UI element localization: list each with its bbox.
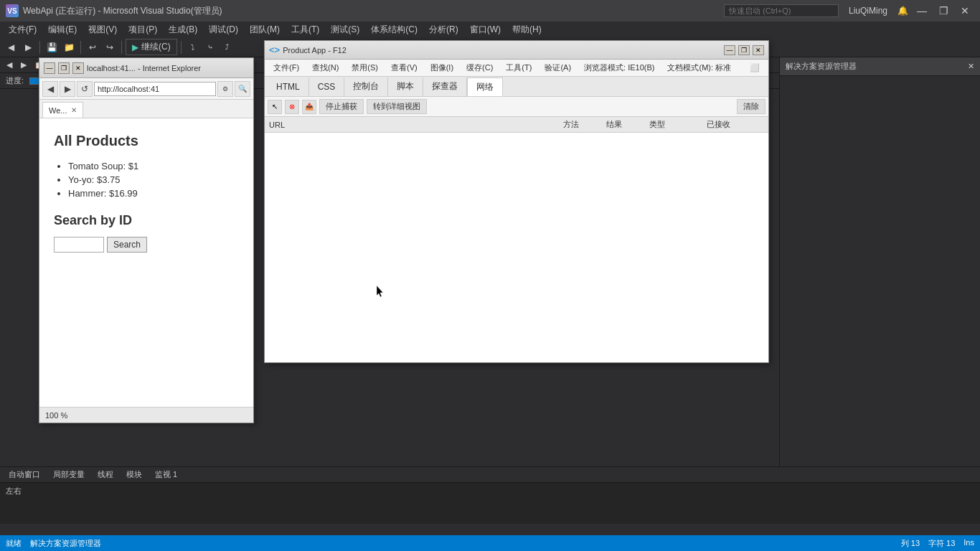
dt-export-tool[interactable]: 📤 <box>302 100 316 114</box>
dt-menu-view[interactable]: 查看(V) <box>385 61 423 75</box>
tab-network[interactable]: 网络 <box>467 77 503 96</box>
secondary-toolbar-btn-2[interactable]: ▶ <box>17 59 30 72</box>
toolbar-forward-btn[interactable]: ▶ <box>20 39 36 55</box>
continue-button[interactable]: ▶ 继续(C) <box>126 39 177 55</box>
browser-search-icon[interactable]: 🔍 <box>235 81 250 97</box>
vs-window-title: WebApi (正在运行) - Microsoft Visual Studio(… <box>23 5 720 17</box>
col-indicator: 列 13 <box>901 538 920 549</box>
stop-capture-button[interactable]: 停止捕获 <box>319 99 364 114</box>
toolbar-separator-2 <box>80 41 81 54</box>
menu-project[interactable]: 项目(P) <box>123 22 163 37</box>
dt-pointer-tool[interactable]: ↖ <box>268 100 282 114</box>
bottom-tab-threads[interactable]: 线程 <box>92 468 119 481</box>
browser-content: All Products Tomato Soup: $1 Yo-yo: $3.7… <box>39 118 253 407</box>
menu-test[interactable]: 测试(S) <box>325 22 365 37</box>
dt-menu-browser-mode[interactable]: 浏览器模式: IE10(B) <box>578 61 660 75</box>
dt-menu-tools[interactable]: 工具(T) <box>500 61 537 75</box>
minimize-button[interactable]: — <box>913 4 931 18</box>
dt-menu-validate[interactable]: 验证(A) <box>539 61 577 75</box>
play-icon: ▶ <box>132 42 138 52</box>
status-ready: 就绪 <box>6 538 22 549</box>
user-account[interactable]: LiuQiMing <box>849 6 887 16</box>
col-method-header: 方法 <box>563 119 606 130</box>
bottom-tab-autowindow[interactable]: 自动窗口 <box>3 468 46 481</box>
browser-restore-btn[interactable]: ❐ <box>58 62 70 74</box>
browser-minimize-btn[interactable]: — <box>44 62 55 74</box>
toolbar-step-out-btn[interactable]: ⤴ <box>220 39 235 55</box>
search-id-input[interactable] <box>54 237 104 253</box>
tab-css[interactable]: CSS <box>309 77 345 96</box>
devtools-restore-btn[interactable]: ❐ <box>738 45 750 55</box>
vs-titlebar: VS WebApi (正在运行) - Microsoft Visual Stud… <box>0 0 980 22</box>
col-url-header: URL <box>269 121 563 129</box>
tab-console[interactable]: 控制台 <box>344 77 388 96</box>
menu-view[interactable]: 视图(V) <box>83 22 123 37</box>
tab-script[interactable]: 脚本 <box>388 77 423 96</box>
continue-label: 继续(C) <box>141 41 171 53</box>
toolbar-save-all-btn[interactable]: 📁 <box>61 39 77 55</box>
bottom-tab-modules[interactable]: 模块 <box>121 468 148 481</box>
browser-tabs: We... ✕ <box>39 100 253 118</box>
menu-window[interactable]: 窗口(W) <box>464 22 507 37</box>
dt-menu-disable[interactable]: 禁用(S) <box>346 61 384 75</box>
browser-address-bar[interactable]: http://localhost:41 <box>94 82 216 96</box>
dt-menu-find[interactable]: 查找(N) <box>306 61 344 75</box>
status-right: 列 13 字符 13 Ins <box>901 538 974 549</box>
browser-tab-we[interactable]: We... ✕ <box>42 102 83 118</box>
menu-file[interactable]: 文件(F) <box>3 22 42 37</box>
solution-explorer-title: 解决方案资源管理器 ✕ <box>780 57 980 76</box>
menu-build[interactable]: 生成(B) <box>163 22 203 37</box>
tab-html[interactable]: HTML <box>268 77 309 96</box>
vs-bottom-tabs: 自动窗口 局部变量 线程 模块 监视 1 <box>0 467 980 483</box>
dt-stop-tool[interactable]: ⊗ <box>285 100 299 114</box>
clear-button[interactable]: 清除 <box>737 99 765 114</box>
quick-launch-input[interactable] <box>724 4 839 17</box>
dt-menu-doc-mode[interactable]: 文档模式(M): 标准 <box>661 61 737 75</box>
toolbar-save-btn[interactable]: 💾 <box>44 39 60 55</box>
close-button[interactable]: ✕ <box>956 4 974 18</box>
browser-forward-btn[interactable]: ▶ <box>60 81 75 97</box>
status-left: 就绪 解决方案资源管理器 <box>6 538 101 549</box>
menu-tools[interactable]: 工具(T) <box>286 22 325 37</box>
char-indicator: 字符 13 <box>928 538 955 549</box>
menu-edit[interactable]: 编辑(E) <box>42 22 83 37</box>
toolbar-redo-btn[interactable]: ↪ <box>102 39 118 55</box>
menu-analyze[interactable]: 分析(R) <box>423 22 464 37</box>
menu-help[interactable]: 帮助(H) <box>507 22 547 37</box>
toolbar-step-into-btn[interactable]: ⤷ <box>202 39 218 55</box>
devtools-content <box>265 133 768 362</box>
col-type-header: 类型 <box>649 119 707 130</box>
dt-menu-file[interactable]: 文件(F) <box>268 61 305 75</box>
toolbar-undo-btn[interactable]: ↩ <box>85 39 100 55</box>
dt-menu-cache[interactable]: 缓存(C) <box>461 61 499 75</box>
browser-back-btn[interactable]: ◀ <box>42 81 58 97</box>
bottom-tab-locals[interactable]: 局部变量 <box>47 468 90 481</box>
detail-view-button[interactable]: 转到详细视图 <box>367 99 427 114</box>
browser-close-btn[interactable]: ✕ <box>72 62 84 74</box>
menu-architecture[interactable]: 体系结构(C) <box>365 22 423 37</box>
devtools-close-btn[interactable]: ✕ <box>753 45 764 55</box>
browser-go-btn[interactable]: ⚙ <box>217 81 233 97</box>
dt-menu-image[interactable]: 图像(I) <box>425 61 459 75</box>
address-text: http://localhost:41 <box>98 85 159 93</box>
restore-button[interactable]: ❐ <box>934 4 953 18</box>
browser-statusbar: 100 % <box>39 407 253 423</box>
solution-explorer-label: 解决方案资源管理器 <box>786 61 857 72</box>
tab-close-icon[interactable]: ✕ <box>71 106 77 114</box>
toolbar-step-over-btn[interactable]: ⤵ <box>185 39 201 55</box>
secondary-toolbar-btn-1[interactable]: ◀ <box>3 59 16 72</box>
search-button[interactable]: Search <box>107 237 147 253</box>
browser-refresh-btn[interactable]: ↺ <box>77 81 93 97</box>
product-item-2: Yo-yo: $3.75 <box>68 174 239 185</box>
tab-profiler[interactable]: 探查器 <box>423 77 467 96</box>
devtools-minimize-btn[interactable]: — <box>724 45 735 55</box>
menu-debug[interactable]: 调试(D) <box>203 22 244 37</box>
zoom-level: 100 % <box>45 411 67 420</box>
bottom-tab-watch[interactable]: 监视 1 <box>149 468 183 481</box>
col-received-header: 已接收 <box>707 119 764 130</box>
toolbar-back-btn[interactable]: ◀ <box>3 39 19 55</box>
devtools-menubar: 文件(F) 查找(N) 禁用(S) 查看(V) 图像(I) 缓存(C) 工具(T… <box>265 60 768 77</box>
solution-explorer-close[interactable]: ✕ <box>968 62 974 71</box>
dt-menu-undock[interactable]: ⬜ <box>744 62 765 74</box>
menu-team[interactable]: 团队(M) <box>244 22 286 37</box>
